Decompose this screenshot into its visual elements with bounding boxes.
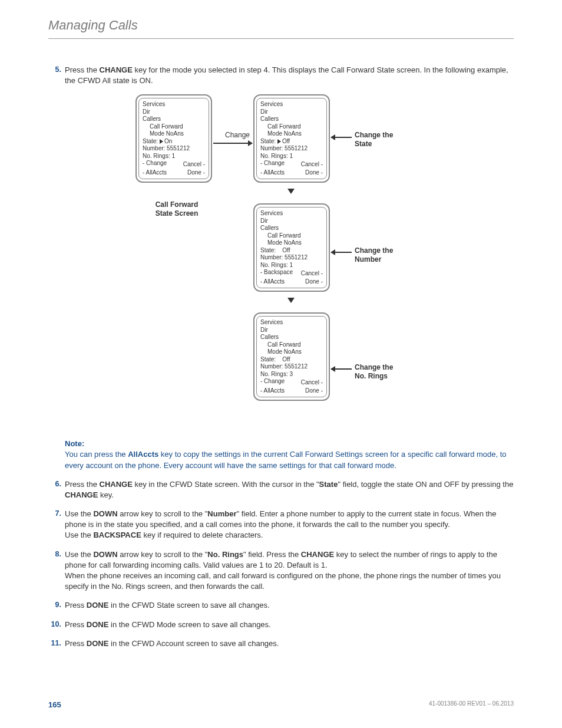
text: You can press the <box>65 450 128 459</box>
step-number: 6. <box>48 479 65 500</box>
line: Callers <box>260 334 323 341</box>
line: Call Forward <box>260 123 323 131</box>
page-footer: 165 41-001386-00 REV01 – 06.2013 <box>48 700 514 710</box>
page-title: Managing Calls <box>48 17 514 39</box>
line: State: On <box>143 138 205 146</box>
arrow-left <box>331 137 352 138</box>
text: Press the <box>65 65 100 74</box>
step-8: 8. Use the DOWN arrow key to scroll to t… <box>48 549 514 592</box>
all-accts: - AllAccts <box>260 278 285 286</box>
line: No. Rings: 3 <box>260 371 323 378</box>
cursor-icon <box>277 139 281 144</box>
line: Number: 5551212 <box>143 145 205 153</box>
step-number: 5. <box>48 65 65 86</box>
bottom-row: - AllAccts Done - <box>143 169 205 177</box>
bold: CHANGE <box>100 65 133 74</box>
step-number: 8. <box>48 549 65 592</box>
cursor-icon <box>160 139 163 144</box>
step-11: 11. Press DONE in the CFWD Account scree… <box>48 638 514 649</box>
screen-inner: Services Dir Callers Call Forward Mode N… <box>256 316 327 397</box>
phone-screen-a: Services Dir Callers Call Forward Mode N… <box>135 94 212 183</box>
step-number: 10. <box>48 620 65 630</box>
cancel: Cancel - <box>183 161 205 169</box>
diagram: Services Dir Callers Call Forward Mode N… <box>65 94 514 430</box>
line: Number: 5551212 <box>260 254 323 262</box>
line: Dir <box>260 327 323 334</box>
screen-inner: Services Dir Callers Call Forward Mode N… <box>138 98 209 179</box>
line: State: Off <box>260 247 323 255</box>
step-9: 9. Press DONE in the CFWD State screen t… <box>48 600 514 611</box>
line: Services <box>260 319 323 327</box>
label-change-number: Change the Number <box>355 246 393 263</box>
bold: AllAccts <box>128 450 158 459</box>
line: Dir <box>143 108 205 116</box>
down-arrow-icon <box>287 189 295 194</box>
all-accts: - AllAccts <box>143 169 167 177</box>
arrow-left <box>331 368 352 370</box>
step-7: 7. Use the DOWN arrow key to scroll to t… <box>48 509 514 541</box>
step-number: 9. <box>48 600 65 611</box>
step-body: Press DONE in the CFWD Account screen to… <box>65 638 514 649</box>
down-arrow-icon <box>287 298 295 303</box>
screen-inner: Services Dir Callers Call Forward Mode N… <box>256 98 327 179</box>
page-number: 165 <box>48 700 61 710</box>
all-accts: - AllAccts <box>260 169 285 177</box>
step-5: 5. Press the CHANGE key for the mode you… <box>48 65 514 86</box>
line: Callers <box>143 116 205 123</box>
cancel: Cancel - <box>301 379 323 387</box>
arrow-right <box>213 143 252 144</box>
line: Services <box>260 210 323 218</box>
bottom-row: - AllAccts Done - <box>260 169 323 177</box>
document-id: 41-001386-00 REV01 – 06.2013 <box>429 700 514 710</box>
step-body: Use the DOWN arrow key to scroll to the … <box>65 549 514 592</box>
line: Mode NoAns <box>260 130 323 138</box>
line: Call Forward <box>260 232 323 240</box>
line: Services <box>143 101 205 108</box>
label-state-screen: Call Forward State Screen <box>147 200 206 218</box>
bottom-row: - AllAccts Done - <box>260 278 323 286</box>
step-number: 7. <box>48 509 65 541</box>
phone-screen-b: Services Dir Callers Call Forward Mode N… <box>253 94 330 183</box>
line: Number: 5551212 <box>260 145 323 153</box>
label-change-rings: Change the No. Rings <box>355 363 393 380</box>
cancel: Cancel - <box>301 270 323 278</box>
screen-inner: Services Dir Callers Call Forward Mode N… <box>256 207 327 288</box>
line: Dir <box>260 108 323 116</box>
done: Done - <box>305 169 323 177</box>
line: Number: 5551212 <box>260 363 323 371</box>
step-6: 6. Press the CHANGE key in the CFWD Stat… <box>48 479 514 500</box>
line: Call Forward <box>143 123 205 131</box>
line: No. Rings: 1 <box>260 262 323 269</box>
done: Done - <box>187 169 205 177</box>
arrow-label-change: Change <box>225 131 250 139</box>
label-change-state: Change the State <box>355 131 393 148</box>
line: Services <box>260 101 323 108</box>
line: Mode NoAns <box>143 130 205 138</box>
phone-screen-d: Services Dir Callers Call Forward Mode N… <box>253 312 330 401</box>
step-body: Press DONE in the CFWD Mode screen to sa… <box>65 620 514 630</box>
line: No. Rings: 1 <box>260 153 323 160</box>
note-box: Note: You can press the AllAccts key to … <box>65 439 514 471</box>
step-number: 11. <box>48 638 65 649</box>
line: Callers <box>260 225 323 232</box>
arrow-left <box>331 252 352 253</box>
note-label: Note: <box>65 439 84 448</box>
line: State: Off <box>260 356 323 364</box>
line: Mode NoAns <box>260 348 323 356</box>
line: Dir <box>260 218 323 225</box>
document-page: Managing Calls 5. Press the CHANGE key f… <box>0 0 562 728</box>
phone-screen-c: Services Dir Callers Call Forward Mode N… <box>253 203 330 292</box>
done: Done - <box>305 278 323 286</box>
line: Mode NoAns <box>260 239 323 247</box>
line: State: Off <box>260 138 323 146</box>
bottom-row: - AllAccts Done - <box>260 387 323 395</box>
step-body: Use the DOWN arrow key to scroll to the … <box>65 509 514 541</box>
cancel: Cancel - <box>301 161 323 169</box>
done: Done - <box>305 387 323 395</box>
line: No. Rings: 1 <box>143 153 205 160</box>
line: Callers <box>260 116 323 123</box>
step-body: Press DONE in the CFWD State screen to s… <box>65 600 514 611</box>
line: Call Forward <box>260 341 323 349</box>
all-accts: - AllAccts <box>260 387 285 395</box>
step-10: 10. Press DONE in the CFWD Mode screen t… <box>48 620 514 630</box>
